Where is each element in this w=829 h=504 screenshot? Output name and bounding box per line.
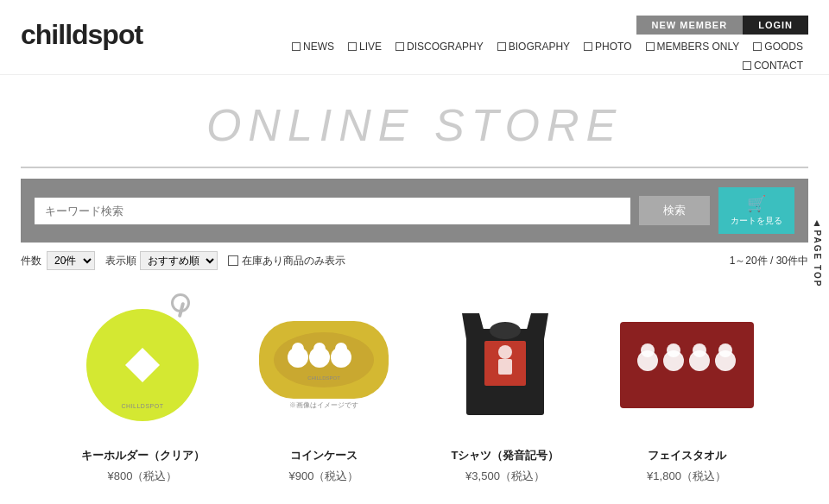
new-member-button[interactable]: NEW MEMBER [636,16,744,35]
nav-checkbox-discography [396,42,404,51]
svg-point-6 [313,343,326,355]
section-divider [21,167,808,168]
pagination-info: 1～20件 / 30件中 [730,254,808,268]
filter-section: 件数 20件 40件 60件 表示順 おすすめ順 価格順 新着順 在庫あり商品の… [0,243,829,279]
product-price-towel: ¥1,800（税込） [647,469,726,484]
coincase-shape: CHILLDSPOT [259,321,389,399]
product-name-coincase: コインケース [290,448,358,463]
nav-links-row2: CONTACT [287,57,808,74]
svg-point-4 [292,343,304,355]
product-image-tshirt [436,296,574,434]
nav-checkbox-members-only [646,42,655,51]
search-button[interactable]: 検索 [639,196,710,225]
keychain-shape: CHILLDSPOT CHILLDSPOT [86,309,199,421]
svg-text:CHILLDSPOT: CHILLDSPOT [307,375,340,381]
svg-point-25 [718,343,732,357]
svg-point-15 [498,345,512,359]
search-input[interactable] [35,198,630,224]
products-grid: CHILLDSPOT CHILLDSPOT キーホルダー（クリア） ¥800（税… [0,279,829,501]
nav-checkbox-biography [497,42,506,51]
product-image-towel [617,296,756,434]
product-image-coincase: CHILLDSPOT ※画像はイメージです [255,296,393,434]
search-input-wrap [35,198,630,224]
login-button[interactable]: LOGIN [743,16,808,35]
product-item-tshirt[interactable]: Tシャツ（発音記号） ¥3,500（税込） [423,296,587,484]
cart-button[interactable]: 🛒 カートを見る [718,187,794,234]
count-select[interactable]: 20件 40件 60件 [47,251,95,270]
page-top-button[interactable]: ▲ PAGE TOP [812,217,822,288]
product-price-keychain: ¥800（税込） [108,469,178,484]
svg-point-23 [693,343,706,357]
in-stock-filter[interactable]: 在庫あり商品のみ表示 [228,254,345,268]
nav-checkbox-contact [743,61,751,70]
nav-label-goods: GOODS [764,41,803,53]
nav-area: NEW MEMBER LOGIN NEWS LIVE DISCOGRAPHY [287,16,808,74]
sort-select[interactable]: おすすめ順 価格順 新着順 [140,251,218,270]
nav-item-biography[interactable]: BIOGRAPHY [492,38,575,55]
nav-label-discography: DISCOGRAPHY [407,41,484,53]
nav-item-members-only[interactable]: MEMBERS ONLY [641,38,745,55]
in-stock-checkbox[interactable] [228,255,238,266]
nav-label-live: LIVE [359,41,382,53]
nav-checkbox-news [292,42,301,51]
svg-point-13 [490,322,521,339]
nav-links-row1: NEWS LIVE DISCOGRAPHY BIOGRAPHY PHOTO [287,38,808,55]
nav-label-biography: BIOGRAPHY [509,41,570,53]
page-title: ONLINE STORE [0,99,829,151]
search-section: 検索 🛒 カートを見る [21,179,808,243]
svg-point-8 [335,343,347,355]
nav-label-news: NEWS [303,41,334,53]
site-logo[interactable]: chilldspot [21,19,142,51]
nav-checkbox-photo [584,42,592,51]
product-name-towel: フェイスタオル [648,448,726,463]
product-name-keychain: キーホルダー（クリア） [81,448,205,463]
nav-item-news[interactable]: NEWS [287,38,339,55]
count-label: 件数 [21,254,41,268]
nav-item-discography[interactable]: DISCOGRAPHY [390,38,489,55]
product-image-keychain: CHILLDSPOT CHILLDSPOT [73,296,212,434]
towel-shape [620,322,754,408]
nav-checkbox-goods [753,42,762,51]
product-note-coincase: ※画像はイメージです [289,400,358,410]
svg-point-21 [667,343,680,357]
nav-label-contact: CONTACT [754,60,803,72]
product-item-coincase[interactable]: CHILLDSPOT ※画像はイメージです コインケース ¥900（税込） [242,296,406,484]
in-stock-label: 在庫あり商品のみ表示 [242,254,345,268]
nav-item-live[interactable]: LIVE [343,38,387,55]
svg-marker-0 [125,348,160,382]
product-item-towel[interactable]: フェイスタオル ¥1,800（税込） [604,296,769,484]
header: chilldspot NEW MEMBER LOGIN NEWS LIVE DI… [0,0,829,75]
svg-rect-16 [498,359,512,375]
page-top-label: PAGE TOP [813,230,822,288]
nav-label-members-only: MEMBERS ONLY [657,41,740,53]
svg-point-19 [641,343,655,357]
product-item-keychain[interactable]: CHILLDSPOT CHILLDSPOT キーホルダー（クリア） ¥800（税… [60,296,225,484]
nav-item-contact[interactable]: CONTACT [737,57,808,74]
top-buttons: NEW MEMBER LOGIN [287,16,808,35]
sort-label: 表示順 [105,254,136,268]
page-top-arrow-icon: ▲ [812,217,822,229]
nav-item-photo[interactable]: PHOTO [579,38,636,55]
nav-label-photo: PHOTO [595,41,631,53]
nav-item-goods[interactable]: GOODS [748,38,808,55]
cart-icon: 🛒 [747,194,766,213]
product-price-coincase: ¥900（税込） [289,469,359,484]
cart-label: カートを見る [731,215,782,227]
page-title-section: ONLINE STORE [0,75,829,167]
nav-checkbox-live [348,42,357,51]
product-name-tshirt: Tシャツ（発音記号） [452,448,560,463]
product-price-tshirt: ¥3,500（税込） [465,469,545,484]
